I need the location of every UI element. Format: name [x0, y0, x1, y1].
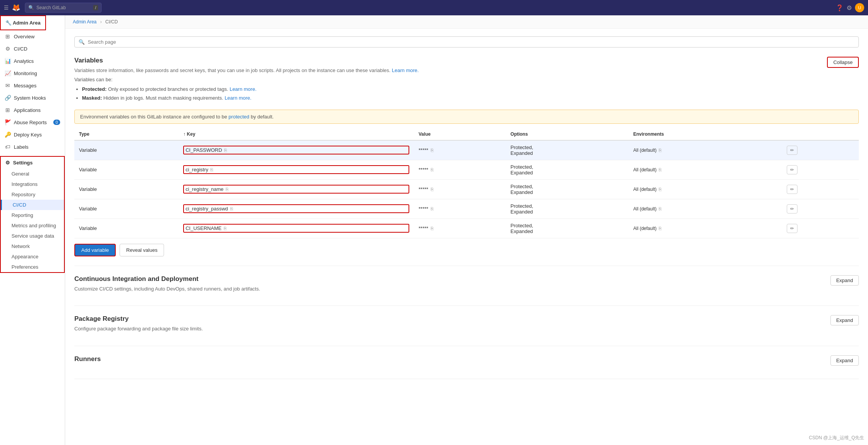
sidebar-item-applications[interactable]: ⊞ Applications — [0, 104, 65, 116]
sidebar-item-appearance[interactable]: Appearance — [1, 251, 64, 262]
copy-value-icon[interactable]: ⎘ — [431, 148, 433, 153]
page-search-input[interactable] — [88, 39, 855, 45]
global-search-bar[interactable]: 🔍 Search GitLab / — [25, 3, 102, 13]
col-key[interactable]: ↑ Key — [179, 128, 414, 140]
package-registry-section: Package Registry Configure package forwa… — [74, 315, 859, 346]
sidebar-item-abuse-reports[interactable]: 🚩 Abuse Reports 0 — [0, 116, 65, 128]
edit-button[interactable]: ✏ — [787, 185, 797, 194]
sidebar-item-service-usage[interactable]: Service usage data — [1, 231, 64, 241]
variables-header: Variables Variables store information, l… — [74, 57, 859, 105]
copy-icon[interactable]: ⎘ — [210, 167, 213, 172]
row-options: Protected,Expanded — [506, 218, 628, 238]
edit-button[interactable]: ✏ — [787, 165, 797, 174]
sidebar-label-hooks: System Hooks — [14, 95, 46, 101]
sidebar-item-system-hooks[interactable]: 🔗 System Hooks — [0, 92, 65, 104]
variables-table-container: Type ↑ Key Value Options Environments — [74, 128, 859, 238]
package-section-desc: Configure package forwarding and package… — [74, 325, 203, 333]
applications-icon: ⊞ — [5, 107, 11, 113]
search-shortcut: / — [93, 5, 98, 10]
sidebar: 🔧 Admin Area ⊞ Overview ⚙ CI/CD 📊 Analyt… — [0, 15, 65, 445]
row-options: Protected,Expanded — [506, 179, 628, 199]
admin-area-header[interactable]: 🔧 Admin Area — [0, 15, 46, 30]
variables-learn-more[interactable]: Learn more. — [392, 67, 419, 73]
help-icon[interactable]: ❓ — [836, 4, 843, 11]
breadcrumb-current: CI/CD — [105, 19, 118, 25]
sidebar-item-monitoring[interactable]: 📈 Monitoring — [0, 67, 65, 79]
table-row: Variable ci_registry ⎘ ***** — [74, 160, 859, 179]
search-placeholder: Search GitLab — [36, 5, 66, 10]
ci-expand-button[interactable]: Expand — [830, 275, 859, 286]
monitoring-icon: 📈 — [5, 70, 11, 76]
key-name: ci_registry — [185, 167, 208, 172]
row-action: ✏ — [782, 218, 859, 238]
copy-icon[interactable]: ⎘ — [224, 148, 227, 153]
variables-banner: Environment variables on this GitLab ins… — [74, 110, 859, 124]
ci-section-title: Continuous Integration and Deployment — [74, 275, 260, 283]
copy-value-icon[interactable]: ⎘ — [431, 187, 433, 192]
runners-expand-button[interactable]: Expand — [830, 355, 859, 366]
learn-more-protected[interactable]: Learn more. — [230, 86, 256, 92]
sidebar-item-network[interactable]: Network — [1, 241, 64, 251]
package-section-title: Package Registry — [74, 315, 203, 323]
settings-header[interactable]: ⚙ Settings — [1, 157, 64, 169]
variables-bullets: Protected: Only exposed to protected bra… — [74, 85, 419, 102]
page-search-bar[interactable]: 🔍 — [74, 36, 859, 48]
table-row: Variable ci_registry_passwd ⎘ ** — [74, 199, 859, 218]
sidebar-item-cicd-settings[interactable]: CI/CD — [1, 200, 64, 210]
col-environments: Environments — [629, 128, 782, 140]
messages-icon: ✉ — [5, 82, 11, 89]
add-variable-button[interactable]: Add variable — [74, 244, 116, 256]
copy-value-icon[interactable]: ⎘ — [431, 167, 433, 172]
variable-actions: Add variable Reveal values — [74, 244, 859, 256]
copy-value-icon[interactable]: ⎘ — [431, 226, 433, 231]
sidebar-item-general[interactable]: General — [1, 169, 64, 179]
sidebar-item-analytics[interactable]: 📊 Analytics — [0, 55, 65, 67]
reveal-values-button[interactable]: Reveal values — [120, 244, 164, 256]
copy-env-icon[interactable]: ⎘ — [659, 148, 661, 153]
learn-more-masked[interactable]: Learn more. — [225, 95, 251, 101]
sidebar-item-preferences[interactable]: Preferences — [1, 262, 64, 272]
deploy-keys-icon: 🔑 — [5, 131, 11, 138]
edit-button[interactable]: ✏ — [787, 204, 797, 213]
sidebar-item-integrations[interactable]: Integrations — [1, 179, 64, 189]
sidebar-item-messages[interactable]: ✉ Messages — [0, 79, 65, 92]
hooks-icon: 🔗 — [5, 95, 11, 101]
abuse-icon: 🚩 — [5, 119, 11, 125]
sidebar-item-overview[interactable]: ⊞ Overview — [0, 30, 65, 43]
collapse-button[interactable]: Collapse — [827, 57, 859, 68]
copy-value-icon[interactable]: ⎘ — [431, 206, 433, 212]
package-expand-button[interactable]: Expand — [830, 315, 859, 325]
bullet-protected: Protected: Only exposed to protected bra… — [82, 85, 419, 93]
key-name: CI_USERNAME — [185, 225, 222, 231]
sidebar-item-labels[interactable]: 🏷 Labels — [0, 141, 65, 153]
sidebar-item-repository[interactable]: Repository — [1, 189, 64, 200]
row-env: All (default) ⎘ — [629, 199, 782, 218]
edit-button[interactable]: ✏ — [787, 224, 797, 233]
variables-description: Variables store information, like passwo… — [74, 67, 419, 74]
sidebar-item-metrics[interactable]: Metrics and profiling — [1, 220, 64, 231]
protected-link[interactable]: protected — [228, 114, 249, 120]
copy-env-icon[interactable]: ⎘ — [659, 226, 661, 231]
top-navigation: ☰ 🦊 🔍 Search GitLab / ❓ ⚙ U — [0, 0, 868, 15]
sidebar-item-cicd[interactable]: ⚙ CI/CD — [0, 43, 65, 55]
row-value: ***** ⎘ — [414, 160, 506, 179]
copy-env-icon[interactable]: ⎘ — [659, 187, 661, 192]
settings-icon[interactable]: ⚙ — [847, 4, 852, 11]
hamburger-icon[interactable]: ☰ — [4, 5, 9, 11]
avatar[interactable]: U — [855, 3, 864, 12]
search-icon: 🔍 — [28, 5, 34, 10]
settings-section: ⚙ Settings General Integrations Reposito… — [0, 156, 65, 273]
copy-icon[interactable]: ⎘ — [230, 206, 233, 212]
sidebar-label-cicd: CI/CD — [14, 46, 27, 52]
sidebar-item-reporting[interactable]: Reporting — [1, 210, 64, 220]
copy-icon[interactable]: ⎘ — [224, 226, 226, 231]
copy-env-icon[interactable]: ⎘ — [659, 206, 661, 212]
breadcrumb-parent[interactable]: Admin Area — [73, 19, 97, 25]
sidebar-item-deploy-keys[interactable]: 🔑 Deploy Keys — [0, 128, 65, 141]
copy-env-icon[interactable]: ⎘ — [659, 167, 661, 172]
edit-button[interactable]: ✏ — [787, 146, 797, 155]
copy-icon[interactable]: ⎘ — [226, 187, 228, 192]
ci-section-desc: Customize CI/CD settings, including Auto… — [74, 285, 260, 293]
runners-section-header: Runners Expand — [74, 355, 859, 366]
gitlab-logo: 🦊 — [12, 3, 20, 12]
